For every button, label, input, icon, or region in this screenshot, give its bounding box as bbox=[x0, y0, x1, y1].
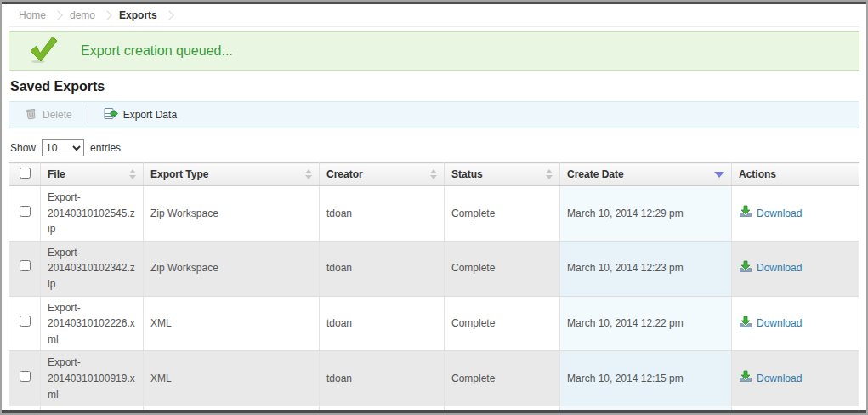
chevron-right-icon bbox=[53, 10, 62, 20]
actions-cell: Download bbox=[732, 241, 859, 296]
entries-select[interactable]: 10 bbox=[42, 139, 84, 156]
alert-message: Export creation queued... bbox=[81, 43, 233, 59]
download-link[interactable]: Download bbox=[757, 316, 802, 332]
download-icon bbox=[739, 369, 752, 388]
sort-icon bbox=[129, 169, 136, 179]
sort-desc-icon bbox=[714, 172, 724, 178]
creator-cell: tdoan bbox=[320, 296, 445, 351]
download-link[interactable]: Download bbox=[757, 206, 802, 222]
status-cell: Complete bbox=[445, 296, 560, 351]
creator-cell: tdoan bbox=[320, 351, 445, 406]
column-header-status[interactable]: Status bbox=[445, 163, 560, 186]
export-data-button[interactable]: Export Data bbox=[97, 104, 184, 126]
column-label: Status bbox=[451, 168, 483, 180]
exports-table: File Export Type Creator Status bbox=[9, 162, 859, 415]
breadcrumb: Home demo Exports bbox=[9, 4, 859, 27]
select-all-cell bbox=[9, 163, 41, 186]
export-type-cell: XML bbox=[144, 351, 320, 406]
actions-cell: Download bbox=[732, 296, 859, 351]
chevron-right-icon bbox=[164, 10, 173, 20]
trash-icon bbox=[25, 107, 37, 122]
download-icon bbox=[739, 204, 752, 223]
table-row: Export-20140310102342.zip Zip Workspace … bbox=[9, 241, 859, 296]
file-cell: Export-20140310100919.xml bbox=[41, 351, 144, 406]
export-type-cell: Zip Workspace bbox=[144, 241, 320, 296]
export-type-cell: XML bbox=[144, 296, 320, 351]
success-alert: Export creation queued... bbox=[9, 31, 859, 71]
entries-label: entries bbox=[90, 142, 121, 154]
column-header-create-date[interactable]: Create Date bbox=[560, 163, 732, 186]
column-header-export-type[interactable]: Export Type bbox=[144, 163, 320, 186]
delete-button-label: Delete bbox=[43, 109, 72, 121]
status-cell: Complete bbox=[445, 241, 560, 296]
select-all-checkbox[interactable] bbox=[20, 168, 31, 179]
page-title: Saved Exports bbox=[10, 79, 859, 94]
sort-icon bbox=[430, 169, 437, 179]
table-length-control: Show 10 entries bbox=[10, 138, 859, 158]
creator-cell: tdoan bbox=[320, 241, 445, 296]
breadcrumb-exports: Exports bbox=[114, 9, 162, 21]
breadcrumb-demo[interactable]: demo bbox=[65, 9, 100, 21]
actions-cell: Download bbox=[732, 186, 859, 242]
checkmark-icon bbox=[28, 35, 59, 67]
table-row: Export-20140310102545.zip Zip Workspace … bbox=[9, 186, 859, 242]
create-date-cell: March 10, 2014 12:29 pm bbox=[560, 186, 732, 242]
column-header-creator[interactable]: Creator bbox=[320, 163, 445, 186]
row-checkbox[interactable] bbox=[20, 316, 31, 327]
export-data-button-label: Export Data bbox=[123, 109, 177, 121]
chevron-right-icon bbox=[102, 10, 111, 20]
window-bottom-strip bbox=[2, 410, 866, 413]
file-cell: Export-20140310102226.xml bbox=[41, 296, 144, 351]
column-header-actions: Actions bbox=[732, 163, 859, 186]
column-label: Create Date bbox=[567, 168, 624, 180]
row-checkbox[interactable] bbox=[20, 260, 31, 271]
column-label: File bbox=[48, 168, 65, 180]
column-label: Actions bbox=[739, 168, 776, 180]
row-checkbox[interactable] bbox=[20, 371, 31, 382]
column-label: Export Type bbox=[150, 168, 208, 180]
status-cell: Complete bbox=[445, 351, 560, 406]
table-header-row: File Export Type Creator Status bbox=[9, 163, 859, 186]
file-cell: Export-20140310102545.zip bbox=[41, 186, 144, 242]
create-date-cell: March 10, 2014 12:15 pm bbox=[560, 351, 732, 406]
show-label: Show bbox=[10, 142, 36, 154]
download-icon bbox=[739, 259, 752, 278]
row-checkbox[interactable] bbox=[20, 206, 31, 217]
download-link[interactable]: Download bbox=[757, 371, 802, 387]
create-date-cell: March 10, 2014 12:22 pm bbox=[560, 296, 732, 351]
toolbar: Delete Export Data bbox=[9, 101, 859, 128]
app-window: Home demo Exports Export creation queued… bbox=[0, 0, 868, 415]
sort-icon bbox=[546, 169, 553, 179]
download-link[interactable]: Download bbox=[757, 260, 802, 276]
create-date-cell: March 10, 2014 12:23 pm bbox=[560, 241, 732, 296]
export-data-icon bbox=[104, 107, 118, 122]
file-cell: Export-20140310102342.zip bbox=[41, 241, 144, 296]
table-row: Export-20140310102226.xml XML tdoan Comp… bbox=[9, 296, 859, 351]
column-label: Creator bbox=[326, 168, 363, 180]
toolbar-divider bbox=[88, 106, 88, 123]
download-icon bbox=[739, 315, 752, 333]
delete-button[interactable]: Delete bbox=[18, 104, 79, 126]
creator-cell: tdoan bbox=[320, 186, 445, 242]
status-cell: Complete bbox=[445, 186, 560, 242]
table-row: Export-20140310100919.xml XML tdoan Comp… bbox=[9, 351, 859, 406]
column-header-file[interactable]: File bbox=[41, 163, 144, 186]
export-type-cell: Zip Workspace bbox=[144, 186, 320, 242]
sort-icon bbox=[305, 169, 312, 179]
breadcrumb-home[interactable]: Home bbox=[14, 9, 51, 21]
actions-cell: Download bbox=[732, 351, 859, 406]
